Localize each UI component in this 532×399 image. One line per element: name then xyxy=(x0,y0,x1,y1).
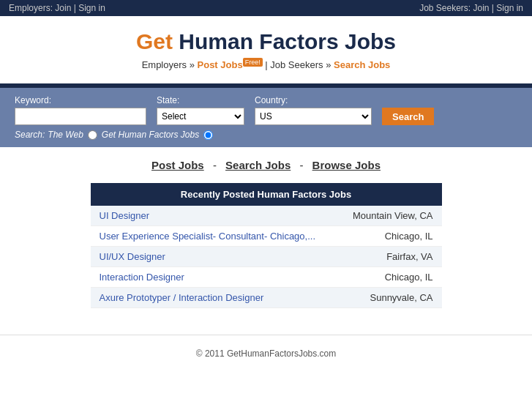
job-location-cell: Mountain View, CA xyxy=(338,206,442,226)
top-bar: Employers: Join | Sign in Job Seekers: J… xyxy=(0,0,532,16)
job-title-link[interactable]: Interaction Designer xyxy=(100,272,184,283)
search-fields: Keyword: State: Select Country: US Searc… xyxy=(15,95,517,125)
header-nav: Employers » Post JobsFree! | Job Seekers… xyxy=(7,59,525,70)
job-location-cell: Fairfax, VA xyxy=(338,247,442,267)
table-row: UI/UX Designer Fairfax, VA xyxy=(91,247,442,267)
main-nav-links: Post Jobs - Search Jobs - Browse Jobs xyxy=(15,159,517,171)
title-get: Get xyxy=(136,29,173,53)
dash1: - xyxy=(213,159,220,171)
site-option-label: Get Human Factors Jobs xyxy=(102,130,199,140)
nav-arrow2: » xyxy=(326,59,334,70)
job-title-cell: Axure Prototyper / Interaction Designer xyxy=(91,288,338,308)
post-jobs-nav[interactable]: Post Jobs xyxy=(151,159,204,171)
italic-label: The Web xyxy=(48,130,83,140)
job-title-cell: User Experience Specialist- Consultant- … xyxy=(91,226,338,247)
state-label: State: xyxy=(157,95,244,105)
browse-jobs-nav[interactable]: Browse Jobs xyxy=(312,159,381,171)
copyright: © 2011 GetHumanFactorsJobs.com xyxy=(196,348,337,359)
country-select[interactable]: US xyxy=(255,108,372,125)
main-content: Post Jobs - Search Jobs - Browse Jobs Re… xyxy=(0,147,532,320)
search-button[interactable]: Search xyxy=(382,108,434,125)
radio-web[interactable] xyxy=(88,130,97,140)
job-title-link[interactable]: UI/UX Designer xyxy=(100,251,165,262)
site-title: Get Human Factors Jobs xyxy=(7,29,525,54)
state-select[interactable]: Select xyxy=(157,108,244,125)
header: Get Human Factors Jobs Employers » Post … xyxy=(0,16,532,78)
country-label: Country: xyxy=(255,95,372,105)
table-row: User Experience Specialist- Consultant- … xyxy=(91,226,442,247)
table-row: Interaction Designer Chicago, IL xyxy=(91,267,442,288)
job-title-cell: Interaction Designer xyxy=(91,267,338,288)
keyword-field: Keyword: xyxy=(15,95,146,125)
dash2: - xyxy=(299,159,306,171)
free-badge: Free! xyxy=(243,58,263,67)
footer: © 2011 GetHumanFactorsJobs.com xyxy=(0,335,532,372)
search-jobs-link[interactable]: Search Jobs xyxy=(334,59,390,70)
search-area: Keyword: State: Select Country: US Searc… xyxy=(0,88,532,147)
keyword-label: Keyword: xyxy=(15,95,146,105)
job-title-link[interactable]: UI Designer xyxy=(100,210,150,221)
post-jobs-link[interactable]: Post Jobs xyxy=(198,59,243,70)
keyword-input[interactable] xyxy=(15,108,146,125)
job-title-cell: UI/UX Designer xyxy=(91,247,338,267)
jobs-table: Recently Posted Human Factors Jobs UI De… xyxy=(91,183,442,308)
employers-topbar[interactable]: Employers: Join | Sign in xyxy=(9,3,105,13)
search-type-label: Search: xyxy=(15,130,45,140)
employers-label: Employers xyxy=(142,59,187,70)
job-title-cell: UI Designer xyxy=(91,206,338,226)
job-title-link[interactable]: Axure Prototyper / Interaction Designer xyxy=(100,292,264,303)
title-rest: Human Factors Jobs xyxy=(173,29,396,53)
job-location-cell: Chicago, IL xyxy=(338,267,442,288)
job-location-cell: Sunnyvale, CA xyxy=(338,288,442,308)
nav-arrow1: » xyxy=(190,59,198,70)
job-title-link[interactable]: User Experience Specialist- Consultant- … xyxy=(100,231,316,242)
table-header-row: Recently Posted Human Factors Jobs xyxy=(91,183,442,206)
table-row: Axure Prototyper / Interaction Designer … xyxy=(91,288,442,308)
job-location-cell: Chicago, IL xyxy=(338,226,442,247)
table-header: Recently Posted Human Factors Jobs xyxy=(91,183,442,206)
table-row: UI Designer Mountain View, CA xyxy=(91,206,442,226)
search-type-row: Search: The Web Get Human Factors Jobs xyxy=(15,130,517,140)
state-field: State: Select xyxy=(157,95,244,125)
search-jobs-nav[interactable]: Search Jobs xyxy=(225,159,291,171)
country-field: Country: US xyxy=(255,95,372,125)
radio-site[interactable] xyxy=(203,130,213,140)
jobseekers-topbar[interactable]: Job Seekers: Join | Sign in xyxy=(419,3,523,13)
job-seekers-label: Job Seekers xyxy=(270,59,323,70)
